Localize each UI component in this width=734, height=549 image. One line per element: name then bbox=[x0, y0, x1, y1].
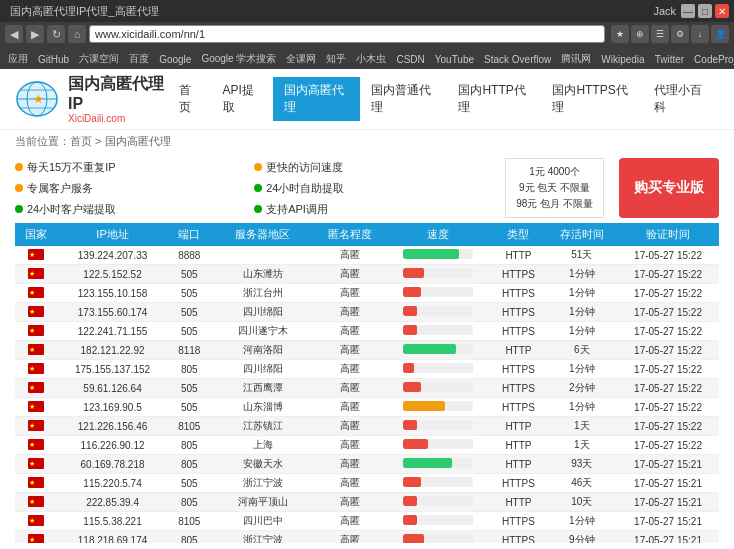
table-cell: 60.169.78.218 bbox=[57, 455, 168, 474]
address-bar-input[interactable] bbox=[89, 25, 605, 43]
table-cell: 1天 bbox=[546, 417, 617, 436]
table-row: ★59.61.126.64505江西鹰潭高匿HTTPS2分钟17-05-27 1… bbox=[15, 379, 719, 398]
table-cell: 46天 bbox=[546, 474, 617, 493]
bookmark-item[interactable]: CodeProject bbox=[691, 53, 734, 66]
bookmark-item[interactable]: Google 学术搜索 bbox=[198, 51, 279, 67]
flag-cell: ★ bbox=[15, 398, 57, 417]
promo-section: 每天15万不重复IP更快的访问速度专属客户服务24小时自助提取24小时客户端提取… bbox=[0, 153, 734, 223]
bookmark-item[interactable]: GitHub bbox=[35, 53, 72, 66]
table-row: ★173.155.60.174505四川绵阳高匿HTTPS1分钟17-05-27… bbox=[15, 303, 719, 322]
bookmark-item[interactable]: 腾讯网 bbox=[558, 51, 594, 67]
table-cell: 高匿 bbox=[315, 417, 386, 436]
table-cell: 17-05-27 15:22 bbox=[617, 284, 719, 303]
table-cell: HTTPS bbox=[490, 379, 546, 398]
flag-cell: ★ bbox=[15, 246, 57, 265]
table-cell: 17-05-27 15:21 bbox=[617, 493, 719, 512]
table-cell: 1天 bbox=[546, 436, 617, 455]
nav-item[interactable]: API提取 bbox=[212, 77, 273, 121]
flag-cell: ★ bbox=[15, 436, 57, 455]
table-cell: 高匿 bbox=[315, 493, 386, 512]
user-icon[interactable]: 👤 bbox=[711, 25, 729, 43]
promo-item: 专属客户服务 bbox=[15, 179, 251, 197]
nav-item[interactable]: 国内普通代理 bbox=[360, 77, 447, 121]
bookmark-item[interactable]: 百度 bbox=[126, 51, 152, 67]
nav-item[interactable]: 国内HTTP代理 bbox=[447, 77, 541, 121]
bookmark-item[interactable]: Twitter bbox=[652, 53, 687, 66]
promo-dot bbox=[254, 184, 262, 192]
forward-button[interactable]: ▶ bbox=[26, 25, 44, 43]
table-cell: 121.226.156.46 bbox=[57, 417, 168, 436]
table-cell: 高匿 bbox=[315, 265, 386, 284]
bookmark-item[interactable]: 应用 bbox=[5, 51, 31, 67]
speed-cell bbox=[386, 322, 491, 341]
table-cell: 山东潍坊 bbox=[210, 265, 315, 284]
table-cell: HTTP bbox=[490, 455, 546, 474]
table-cell: 115.5.38.221 bbox=[57, 512, 168, 531]
price-line3: 98元 包月 不限量 bbox=[516, 196, 593, 212]
promo-features: 每天15万不重复IP更快的访问速度专属客户服务24小时自助提取24小时客户端提取… bbox=[15, 158, 490, 218]
table-cell: 17-05-27 15:21 bbox=[617, 474, 719, 493]
table-cell: 安徽天水 bbox=[210, 455, 315, 474]
bookmark-item[interactable]: Google bbox=[156, 53, 194, 66]
promo-dot bbox=[15, 205, 23, 213]
nav-item[interactable]: 国内HTTPS代理 bbox=[541, 77, 642, 121]
bookmark-item[interactable]: 知乎 bbox=[323, 51, 349, 67]
nav-item[interactable]: 代理小百科 bbox=[643, 77, 719, 121]
back-button[interactable]: ◀ bbox=[5, 25, 23, 43]
bookmark-item[interactable]: 六课空间 bbox=[76, 51, 122, 67]
table-cell: 高匿 bbox=[315, 322, 386, 341]
table-cell: 1分钟 bbox=[546, 265, 617, 284]
bookmark-item[interactable]: CSDN bbox=[393, 53, 427, 66]
speed-cell bbox=[386, 474, 491, 493]
table-cell: 17-05-27 15:22 bbox=[617, 360, 719, 379]
site-header: ★ 国内高匿代理IP XiciDaili.com 首页API提取国内高匿代理国内… bbox=[0, 69, 734, 130]
speed-cell bbox=[386, 455, 491, 474]
nav-item[interactable]: 首页 bbox=[168, 77, 212, 121]
download-icon[interactable]: ↓ bbox=[691, 25, 709, 43]
minimize-button[interactable]: — bbox=[681, 4, 695, 18]
maximize-button[interactable]: □ bbox=[698, 4, 712, 18]
table-cell: 17-05-27 15:21 bbox=[617, 455, 719, 474]
promo-text: 每天15万不重复IP bbox=[27, 160, 116, 175]
table-cell: HTTPS bbox=[490, 265, 546, 284]
table-cell: 高匿 bbox=[315, 436, 386, 455]
promo-dot bbox=[254, 205, 262, 213]
bookmark-item[interactable]: Stack Overflow bbox=[481, 53, 554, 66]
table-cell: 江苏镇江 bbox=[210, 417, 315, 436]
table-row: ★122.241.71.155505四川遂宁木高匿HTTPS1分钟17-05-2… bbox=[15, 322, 719, 341]
table-cell: 山东淄博 bbox=[210, 398, 315, 417]
price-line1: 1元 4000个 bbox=[516, 164, 593, 180]
nav-item[interactable]: 国内高匿代理 bbox=[273, 77, 360, 121]
table-header: 类型 bbox=[490, 223, 546, 246]
refresh-button[interactable]: ↻ bbox=[47, 25, 65, 43]
browser-chrome: ◀ ▶ ↻ ⌂ ★ ⊕ ☰ ⚙ ↓ 👤 bbox=[0, 22, 734, 49]
bookmark-icon[interactable]: ⊕ bbox=[631, 25, 649, 43]
bookmark-item[interactable]: Wikipedia bbox=[598, 53, 647, 66]
menu-icon[interactable]: ☰ bbox=[651, 25, 669, 43]
table-cell: 51天 bbox=[546, 246, 617, 265]
bookmark-item[interactable]: 小木虫 bbox=[353, 51, 389, 67]
table-cell: 505 bbox=[168, 322, 210, 341]
speed-cell bbox=[386, 360, 491, 379]
promo-text: 24小时自助提取 bbox=[266, 181, 344, 196]
nav-menu: 首页API提取国内高匿代理国内普通代理国内HTTP代理国内HTTPS代理代理小百… bbox=[168, 77, 719, 121]
promo-item: 24小时自助提取 bbox=[254, 179, 490, 197]
table-cell: 505 bbox=[168, 284, 210, 303]
table-cell: 1分钟 bbox=[546, 512, 617, 531]
table-cell: 四川绵阳 bbox=[210, 360, 315, 379]
bookmark-item[interactable]: 全课网 bbox=[283, 51, 319, 67]
star-icon[interactable]: ★ bbox=[611, 25, 629, 43]
table-cell: 高匿 bbox=[315, 246, 386, 265]
bookmark-item[interactable]: YouTube bbox=[432, 53, 477, 66]
table-row: ★115.220.5.74505浙江宁波高匿HTTPS46天17-05-27 1… bbox=[15, 474, 719, 493]
table-cell: 2分钟 bbox=[546, 379, 617, 398]
close-button[interactable]: ✕ bbox=[715, 4, 729, 18]
table-cell: 805 bbox=[168, 493, 210, 512]
settings-icon[interactable]: ⚙ bbox=[671, 25, 689, 43]
titlebar: 国内高匿代理IP代理_高匿代理 Jack — □ ✕ bbox=[0, 0, 734, 22]
titlebar-title: 国内高匿代理IP代理_高匿代理 bbox=[5, 4, 653, 19]
home-button[interactable]: ⌂ bbox=[68, 25, 86, 43]
table-header: 速度 bbox=[386, 223, 491, 246]
table-cell: HTTPS bbox=[490, 322, 546, 341]
buy-button[interactable]: 购买专业版 bbox=[619, 158, 719, 218]
